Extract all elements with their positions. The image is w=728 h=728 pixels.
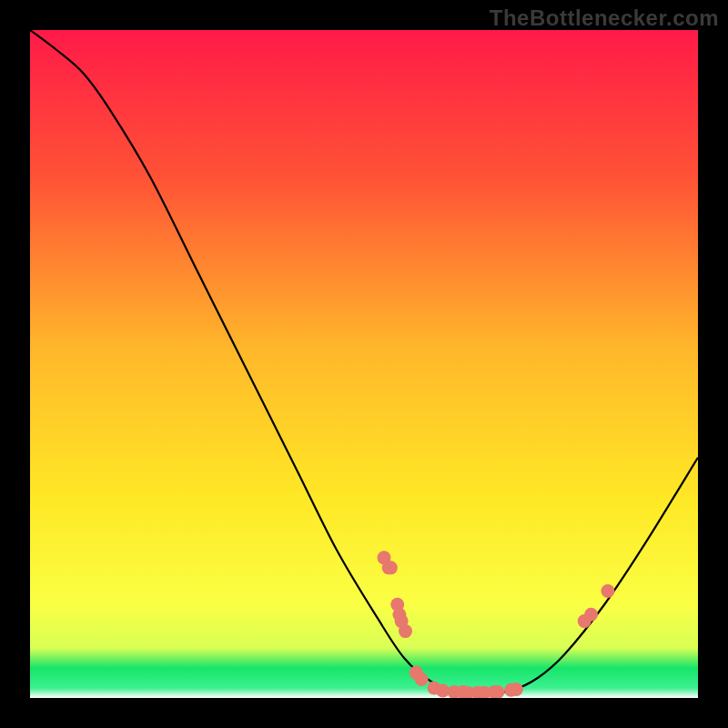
data-point (384, 561, 398, 574)
chart-svg (30, 30, 698, 698)
data-point (510, 682, 523, 696)
data-point (399, 624, 412, 638)
watermark-text: TheBottlenecker.com (490, 5, 719, 31)
data-point (601, 584, 614, 598)
data-point (415, 672, 429, 686)
chart-stage: TheBottlenecker.com (0, 0, 728, 728)
plot-area (30, 30, 698, 698)
data-point (584, 608, 598, 622)
